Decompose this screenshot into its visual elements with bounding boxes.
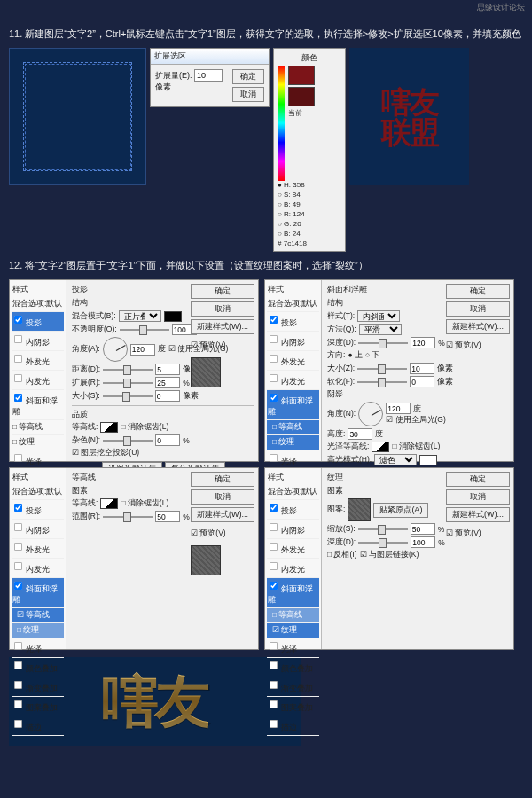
- depth-input[interactable]: [411, 536, 435, 548]
- chk-bevel[interactable]: [270, 394, 278, 402]
- li-bevel[interactable]: 斜面和浮雕: [12, 390, 64, 420]
- hue-spectrum[interactable]: [278, 66, 285, 181]
- cancel-button[interactable]: 取消: [191, 489, 254, 505]
- li-stroke[interactable]: 描边: [12, 716, 64, 736]
- new-style-button[interactable]: 新建样式(W)...: [191, 507, 254, 522]
- size-input[interactable]: [410, 363, 434, 374]
- sel-bevel[interactable]: 斜面和浮雕: [267, 578, 319, 608]
- chk-inner-shadow[interactable]: [14, 335, 22, 343]
- invert-check[interactable]: □ 反相(I): [327, 550, 357, 560]
- ok-button[interactable]: 确定: [191, 472, 254, 487]
- new-style-button[interactable]: 新建样式(W)...: [446, 319, 510, 334]
- chk-stroke[interactable]: [14, 720, 22, 728]
- range-input[interactable]: [155, 511, 180, 522]
- size-input[interactable]: [155, 390, 180, 402]
- size-slider[interactable]: [357, 368, 407, 370]
- scale-slider[interactable]: [358, 528, 408, 530]
- chk-outer-glow[interactable]: [14, 355, 22, 363]
- new-style-button[interactable]: 新建样式(W)...: [446, 507, 510, 522]
- li-inner-shadow[interactable]: 内阴影: [12, 520, 64, 539]
- link-layer-check[interactable]: ☑ 与图层链接(K): [360, 550, 419, 560]
- depth-slider[interactable]: [358, 342, 408, 344]
- preview-check[interactable]: ☑ 预览(V): [446, 340, 510, 351]
- li-sub-texture[interactable]: □ 纹理: [267, 435, 319, 450]
- style-select[interactable]: 内斜面: [357, 310, 400, 322]
- chk-inner-glow[interactable]: [270, 562, 278, 570]
- li-inner-glow[interactable]: 内发光: [267, 559, 319, 578]
- altitude-input[interactable]: [348, 428, 372, 440]
- spread-input[interactable]: [155, 377, 180, 388]
- sel-sub-contour[interactable]: ☑ 等高线: [12, 608, 64, 623]
- chk-bevel[interactable]: [14, 582, 22, 590]
- sel-drop-shadow[interactable]: 投影: [12, 312, 64, 332]
- anti-alias-check[interactable]: □ 消除锯齿(L): [121, 422, 168, 433]
- blend-options[interactable]: 混合选项:默认: [267, 297, 319, 312]
- li-sub-texture[interactable]: □ 纹理: [12, 435, 64, 450]
- cancel-button[interactable]: 取消: [191, 301, 254, 317]
- blend-options[interactable]: 混合选项:默认: [267, 485, 319, 500]
- ok-button[interactable]: 确定: [446, 472, 510, 487]
- chk-outer-glow[interactable]: [270, 543, 278, 551]
- depth-slider[interactable]: [358, 542, 408, 544]
- li-inner-shadow[interactable]: 内阴影: [267, 332, 319, 351]
- chk-inner-glow[interactable]: [14, 562, 22, 570]
- noise-slider[interactable]: [103, 440, 153, 442]
- gloss-swatch[interactable]: [372, 442, 389, 452]
- chk-drop-shadow[interactable]: [270, 316, 278, 324]
- chk-inner-glow[interactable]: [270, 374, 278, 382]
- technique-select[interactable]: 平滑: [359, 324, 402, 335]
- li-grad-overlay[interactable]: 渐变叠加: [267, 677, 319, 697]
- dir-down-radio[interactable]: ○ 下: [365, 350, 380, 361]
- preview-check[interactable]: ☑ 预览(V): [191, 528, 254, 539]
- chk-satin[interactable]: [270, 642, 278, 650]
- knockout-check[interactable]: ☑ 图层挖空投影(U): [72, 448, 139, 458]
- chk-drop-shadow[interactable]: [14, 316, 22, 324]
- angle-input[interactable]: [386, 403, 411, 414]
- chk-drop-shadow[interactable]: [270, 504, 278, 512]
- li-sub-contour[interactable]: □ 等高线: [12, 420, 64, 435]
- blend-select[interactable]: 正片叠底: [119, 310, 161, 322]
- highlight-color-swatch[interactable]: [419, 455, 437, 466]
- preview-check[interactable]: ☑ 预览(V): [191, 340, 254, 351]
- li-satin[interactable]: 光泽: [12, 638, 64, 658]
- li-stroke[interactable]: 描边: [267, 716, 319, 736]
- angle-input[interactable]: [130, 344, 155, 356]
- sel-bevel[interactable]: 斜面和浮雕: [267, 390, 319, 420]
- li-outer-glow[interactable]: 外发光: [267, 351, 319, 371]
- li-drop-shadow[interactable]: 投影: [12, 500, 64, 520]
- li-outer-glow[interactable]: 外发光: [12, 351, 64, 371]
- chk-outer-glow[interactable]: [14, 543, 22, 551]
- sel-bevel[interactable]: 斜面和浮雕: [12, 578, 64, 608]
- chk-grad-overlay[interactable]: [270, 681, 278, 689]
- global-light-check[interactable]: ☑ 使用全局光(G): [386, 415, 446, 424]
- snap-origin-button[interactable]: 贴紧原点(A): [373, 503, 428, 518]
- depth-input[interactable]: [411, 337, 435, 348]
- chk-bevel[interactable]: [270, 582, 278, 590]
- noise-input[interactable]: [155, 434, 180, 446]
- new-style-button[interactable]: 新建样式(W)...: [191, 319, 254, 334]
- chk-pattern-overlay[interactable]: [14, 700, 22, 708]
- li-color-overlay[interactable]: 颜色叠加: [267, 658, 319, 677]
- li-sub-contour[interactable]: □ 等高线: [267, 608, 319, 623]
- li-drop-shadow[interactable]: 投影: [267, 500, 319, 520]
- shadow-color-swatch[interactable]: [164, 311, 182, 322]
- scale-input[interactable]: [411, 523, 435, 535]
- blend-options[interactable]: 混合选项:默认: [12, 297, 64, 312]
- ok-button[interactable]: 确定: [446, 284, 510, 299]
- chk-satin[interactable]: [14, 454, 22, 462]
- cancel-button[interactable]: 取消: [446, 301, 510, 317]
- li-satin[interactable]: 光泽: [267, 638, 319, 658]
- ok-button[interactable]: 确定: [191, 284, 254, 299]
- soften-slider[interactable]: [357, 381, 407, 383]
- li-sub-contour[interactable]: □ 等高线: [267, 420, 319, 435]
- chk-satin[interactable]: [14, 642, 22, 650]
- dir-up-radio[interactable]: ● 上: [348, 350, 363, 361]
- li-grad-overlay[interactable]: 渐变叠加: [12, 677, 64, 697]
- distance-slider[interactable]: [103, 369, 153, 371]
- cancel-button[interactable]: 取消: [446, 489, 510, 505]
- chk-satin[interactable]: [270, 454, 278, 462]
- chk-inner-glow[interactable]: [14, 374, 22, 382]
- chk-pattern-overlay[interactable]: [270, 700, 278, 708]
- cancel-button[interactable]: 取消: [232, 87, 264, 102]
- li-pattern-overlay[interactable]: 图案叠加: [12, 697, 64, 716]
